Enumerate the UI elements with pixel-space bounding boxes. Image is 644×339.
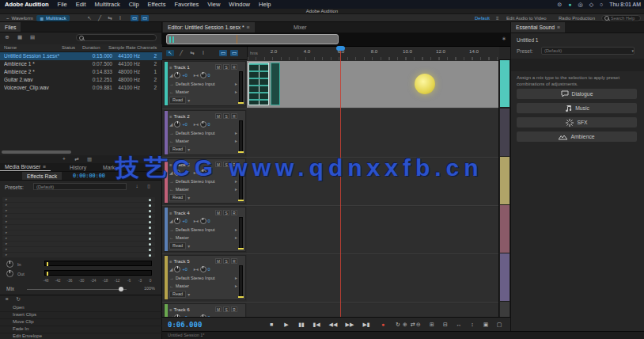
workspace-default[interactable]: Default	[475, 15, 490, 21]
audio-clip[interactable]	[248, 63, 269, 105]
file-row[interactable]: Guitar 2.wav 0:12.251 48000 Hz 2	[0, 76, 162, 84]
volume-knob[interactable]	[174, 121, 180, 128]
pan-knob[interactable]	[200, 121, 206, 128]
zoom-out-time-button[interactable]: ⊟	[440, 320, 451, 329]
zoom-navigator[interactable]: ∗	[162, 33, 510, 47]
file-row[interactable]: Ambience 2 * 0:14.833 48000 Hz 1	[0, 68, 162, 76]
effect-slot[interactable]: ▸	[2, 225, 155, 230]
razor-tool-icon[interactable]: ╱	[96, 15, 104, 21]
history-item[interactable]: Insert Clips	[13, 311, 36, 318]
power-toggle[interactable]	[149, 199, 151, 201]
mix-slider[interactable]	[27, 289, 127, 290]
shield-icon[interactable]: ⊙	[557, 2, 562, 8]
output-select[interactable]: Master	[176, 139, 233, 143]
delete-preset-icon[interactable]: ▯	[145, 183, 153, 189]
pan-knob[interactable]	[200, 170, 206, 176]
power-toggle[interactable]	[149, 249, 151, 251]
effect-slot[interactable]: ▸	[2, 247, 155, 252]
workspace-radio-production[interactable]: Radio Production	[559, 15, 595, 21]
swap-icon[interactable]: ⇄	[73, 156, 81, 162]
effect-slot[interactable]: ▸	[2, 219, 155, 224]
volume-knob[interactable]	[174, 170, 180, 176]
playhead-line[interactable]	[340, 60, 341, 317]
power-toggle[interactable]	[149, 227, 151, 229]
effect-slot[interactable]: ▸	[2, 230, 155, 235]
track-menu-icon[interactable]: ≡	[169, 114, 172, 119]
mute-button[interactable]: M	[215, 307, 222, 312]
effect-slot[interactable]: ▸	[2, 203, 155, 208]
metronome-toggle-icon[interactable]: ▭	[230, 50, 238, 56]
track-lane[interactable]	[247, 158, 498, 205]
volume-knob[interactable]	[174, 72, 180, 78]
slip-tool-icon[interactable]: ⇆	[106, 15, 114, 21]
fast-forward-button[interactable]: ▶▶	[343, 320, 356, 329]
pause-button[interactable]: ▮▮	[295, 320, 308, 329]
history-item[interactable]: Edit Envelope	[13, 333, 42, 339]
playhead-handle[interactable]	[336, 46, 345, 51]
mix-slider-handle[interactable]	[119, 287, 123, 291]
volume-knob[interactable]	[174, 266, 180, 272]
tab-essential-sound[interactable]: Essential Sound ≡	[511, 22, 565, 32]
waveform-view-button[interactable]: ~ Waveform	[3, 15, 36, 21]
zoom-selection-h-button[interactable]: ↔	[453, 320, 464, 329]
power-toggle[interactable]	[149, 215, 151, 218]
arm-record-button[interactable]: R	[231, 258, 237, 264]
speaker-icon[interactable]: ▥	[85, 156, 93, 162]
mute-button[interactable]: M	[215, 162, 222, 167]
navigator-viewport[interactable]	[166, 34, 339, 44]
audio-clip[interactable]	[271, 63, 280, 105]
move-tool-icon[interactable]: ↖	[166, 50, 174, 56]
track-menu-icon[interactable]: ≡	[169, 259, 172, 264]
timeline-ruler[interactable]: hms 2.0 4.0 6.0 8.0 10.0 12.0 14.0	[247, 47, 499, 60]
pan-knob[interactable]	[200, 72, 206, 78]
close-file-icon[interactable]: ▤	[28, 34, 36, 40]
files-search[interactable]	[76, 34, 157, 41]
track-name[interactable]: Track 4	[173, 210, 214, 215]
solo-button[interactable]: S	[223, 307, 229, 312]
time-selection-tool-icon[interactable]: I	[199, 50, 207, 56]
razor-tool-icon[interactable]: ╱	[177, 50, 185, 56]
arm-record-button[interactable]: R	[231, 64, 237, 70]
avatar-icon[interactable]: ●	[568, 2, 571, 7]
rewind-button[interactable]: ◀◀	[327, 320, 339, 329]
file-row[interactable]: Voiceover_Clip.wav 0:09.881 44100 Hz 2	[0, 84, 162, 92]
add-icon[interactable]: +	[60, 156, 68, 162]
mute-button[interactable]: M	[215, 210, 222, 215]
menu-effects[interactable]: Effects	[148, 1, 166, 8]
mix-type-sfx-button[interactable]: SFX	[517, 117, 637, 128]
menu-multitrack[interactable]: Multitrack	[95, 1, 120, 8]
menu-edit[interactable]: Edit	[76, 1, 86, 8]
marker-toggle-icon[interactable]: ▭	[131, 15, 138, 21]
effect-slot[interactable]: ▸	[2, 208, 155, 213]
power-toggle[interactable]	[149, 243, 151, 246]
track-name[interactable]: Track 2	[173, 113, 214, 119]
input-select[interactable]: Default Stereo Input	[176, 131, 233, 135]
solo-button[interactable]: S	[223, 162, 229, 167]
play-button[interactable]: ▶	[280, 320, 293, 329]
mix-type-music-button[interactable]: Music	[517, 103, 637, 113]
move-tool-icon[interactable]: ↖	[85, 15, 93, 21]
save-preset-icon[interactable]: ↓	[133, 183, 141, 189]
power-toggle[interactable]	[149, 238, 151, 240]
arm-record-button[interactable]: R	[231, 307, 237, 312]
zoom-in-button[interactable]: ⊕	[400, 320, 411, 329]
panel-menu-icon[interactable]: ≡	[247, 25, 250, 30]
output-select[interactable]: Master	[176, 187, 233, 192]
tab-history[interactable]: History	[65, 163, 91, 171]
tab-files[interactable]: Files	[0, 22, 21, 32]
power-toggle[interactable]	[149, 254, 151, 257]
track-lane[interactable]	[247, 303, 498, 317]
solo-button[interactable]: S	[223, 258, 229, 264]
volume-knob[interactable]	[174, 218, 180, 224]
history-item[interactable]: Move Clip	[13, 318, 34, 326]
input-select[interactable]: Default Stereo Input	[176, 227, 233, 232]
timecode-display[interactable]: 0:06.000	[168, 321, 202, 329]
stop-button[interactable]: ■	[265, 320, 278, 329]
track-menu-icon[interactable]: ≡	[169, 162, 172, 167]
automation-mode-select[interactable]: Read	[169, 242, 186, 249]
menu-clip[interactable]: Clip	[129, 1, 139, 8]
arm-record-button[interactable]: R	[231, 113, 237, 119]
tab-markers[interactable]: Markers	[98, 163, 127, 171]
effect-slot[interactable]: ▸	[2, 242, 155, 246]
pan-knob[interactable]	[200, 266, 206, 272]
